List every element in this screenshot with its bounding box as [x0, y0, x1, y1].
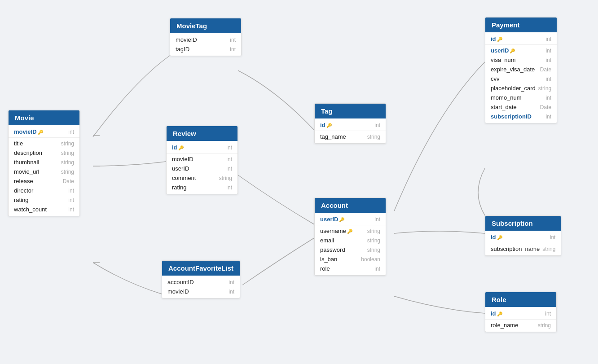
field-row: id🔑int [485, 34, 557, 44]
field-type: Date [63, 178, 74, 184]
field-name: movieID🔑 [14, 128, 50, 135]
table-header-role: Role [485, 292, 556, 307]
field-row: userID🔑int [315, 215, 386, 224]
field-type: int [550, 234, 556, 241]
field-type: int [230, 46, 236, 53]
table-role: Roleid🔑introle_namestring [485, 292, 557, 332]
field-name: comment [172, 175, 208, 181]
field-type: int [68, 197, 74, 203]
field-type: string [61, 159, 74, 166]
field-row: titlestring [9, 139, 79, 148]
table-payment: Paymentid🔑intuserID🔑intvisa_numintexpire… [485, 17, 557, 123]
table-body-movie: movieID🔑inttitlestringdescriptionstringt… [9, 125, 79, 216]
table-subscription: Subscriptionid🔑intsubscription_namestrin… [485, 215, 561, 256]
key-icon: 🔑 [497, 37, 502, 42]
field-row: subscriptionIDint [485, 112, 557, 121]
field-name: username🔑 [320, 228, 356, 234]
table-body-tag: id🔑inttag_namestring [315, 118, 386, 143]
field-name: accountID [167, 279, 203, 285]
field-name: id🔑 [491, 310, 527, 317]
field-name: thumbnail [14, 159, 50, 166]
table-body-subscription: id🔑intsubscription_namestring [485, 231, 561, 255]
field-name: movie_url [14, 168, 50, 175]
field-row: movie_urlstring [9, 167, 79, 176]
field-type: int [545, 57, 551, 63]
field-name: movieID [176, 36, 211, 43]
field-type: int [68, 129, 74, 135]
table-header-movie: Movie [9, 110, 79, 125]
field-row: accountIDint [162, 277, 240, 287]
field-name: visa_num [491, 57, 527, 63]
field-name: id🔑 [491, 234, 527, 241]
field-row: ratingint [9, 195, 79, 205]
field-type: string [367, 228, 380, 234]
field-name: description [14, 149, 50, 156]
table-header-accountfavoritelist: AccountFavoriteList [162, 261, 240, 276]
table-header-tag: Tag [315, 104, 386, 118]
field-row: watch_countint [9, 205, 79, 214]
field-type: int [545, 114, 551, 120]
field-row: passwordstring [315, 245, 386, 254]
field-type: string [367, 237, 380, 244]
field-type: int [545, 48, 551, 54]
table-header-payment: Payment [485, 18, 557, 32]
field-row: subscription_namestring [485, 244, 561, 254]
field-name: is_ban [320, 256, 356, 263]
field-type: int [68, 206, 74, 213]
field-row: movieIDint [162, 287, 240, 296]
field-type: string [61, 140, 74, 147]
table-header-movietag: MovieTag [170, 18, 241, 33]
table-tag: Tagid🔑inttag_namestring [314, 103, 386, 144]
key-icon: 🔑 [38, 130, 43, 135]
field-type: int [374, 216, 380, 223]
field-type: int [230, 37, 236, 43]
field-row: tag_namestring [315, 132, 386, 141]
field-name: title [14, 140, 50, 147]
field-type: Date [540, 104, 551, 110]
field-type: boolean [361, 256, 380, 263]
field-type: int [229, 289, 234, 295]
table-body-payment: id🔑intuserID🔑intvisa_numintexpire_visa_d… [485, 32, 557, 123]
field-name: subscriptionID [491, 113, 532, 120]
field-type: int [226, 156, 232, 162]
field-type: string [538, 85, 551, 92]
table-body-accountfavoritelist: accountIDintmovieIDint [162, 276, 240, 298]
field-row: expire_visa_dateDate [485, 65, 557, 74]
table-body-role: id🔑introle_namestring [485, 307, 556, 332]
fk-icon: 🔑 [347, 229, 352, 234]
field-row: thumbnailstring [9, 158, 79, 167]
field-name: userID [172, 165, 208, 172]
field-name: userID🔑 [320, 216, 356, 223]
field-name: cvv [491, 75, 527, 82]
field-type: int [226, 166, 232, 172]
field-name: tagID [176, 46, 211, 53]
field-row: emailstring [315, 236, 386, 245]
field-name: rating [172, 184, 208, 191]
field-name: role [320, 265, 356, 272]
field-row: is_banboolean [315, 254, 386, 264]
table-review: Reviewid🔑intmovieIDintuserIDintcommentst… [166, 126, 238, 194]
field-name: director [14, 187, 50, 194]
field-row: id🔑int [485, 232, 561, 242]
field-name: id🔑 [491, 35, 527, 42]
key-icon: 🔑 [178, 145, 184, 150]
key-icon: 🔑 [339, 217, 344, 222]
field-type: string [61, 169, 74, 175]
field-type: string [542, 246, 555, 252]
field-name: movieID [172, 156, 208, 162]
table-header-subscription: Subscription [485, 216, 561, 231]
field-type: int [545, 95, 551, 101]
table-movie: MoviemovieID🔑inttitlestringdescriptionst… [8, 110, 80, 216]
table-account: AccountuserID🔑intusername🔑stringemailstr… [314, 197, 386, 276]
field-row: roleint [315, 264, 386, 273]
key-icon: 🔑 [497, 235, 502, 240]
field-row: movieIDint [170, 35, 241, 44]
field-row: movieID🔑int [9, 127, 79, 136]
field-row: id🔑int [315, 120, 386, 130]
field-name: release [14, 178, 50, 184]
field-row: placeholder_cardstring [485, 83, 557, 93]
table-header-review: Review [167, 126, 237, 141]
field-name: id🔑 [172, 144, 208, 151]
field-name: expire_visa_date [491, 66, 535, 73]
table-body-account: userID🔑intusername🔑stringemailstringpass… [315, 213, 386, 275]
